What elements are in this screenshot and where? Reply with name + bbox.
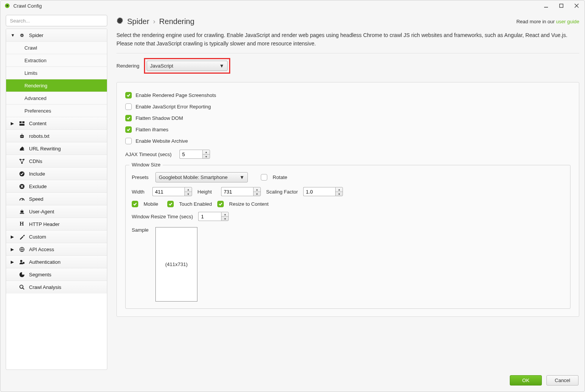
- spinner-down-icon[interactable]: ▼: [254, 192, 260, 196]
- caret-right-icon: ▶: [11, 247, 15, 252]
- close-button[interactable]: [574, 3, 579, 8]
- width-input[interactable]: [152, 187, 184, 196]
- sidebar-item-label: CDNs: [29, 158, 42, 164]
- presets-select[interactable]: Googlebot Mobile: Smartphone ▼: [155, 172, 248, 182]
- spinner-down-icon[interactable]: ▼: [336, 192, 343, 196]
- enable-archive-checkbox[interactable]: [125, 138, 132, 144]
- svg-rect-24: [23, 262, 24, 264]
- sidebar-item-segments[interactable]: ▶ Segments: [6, 268, 107, 281]
- spinner-up-icon[interactable]: ▲: [221, 212, 228, 217]
- minimize-button[interactable]: [543, 3, 549, 8]
- svg-rect-9: [20, 135, 23, 138]
- svg-point-21: [21, 209, 22, 210]
- window-title: Crawl Config: [13, 3, 42, 9]
- height-spinner[interactable]: ▲▼: [221, 187, 261, 196]
- sidebar-item-exclude[interactable]: ▶ Exclude: [6, 180, 107, 193]
- sidebar-item-http-header[interactable]: ▶ H HTTP Header: [6, 218, 107, 231]
- caret-right-icon: ▶: [11, 234, 15, 239]
- spinner-down-icon[interactable]: ▼: [185, 192, 192, 196]
- sidebar-item-spider[interactable]: ▼ Spider: [6, 29, 107, 42]
- width-spinner[interactable]: ▲▼: [152, 187, 192, 196]
- scaling-spinner[interactable]: ▲▼: [303, 187, 343, 196]
- sidebar-sub-limits[interactable]: Limits: [6, 67, 107, 79]
- height-label: Height: [197, 189, 216, 195]
- enable-jserror-checkbox[interactable]: [125, 103, 132, 110]
- spinner-up-icon[interactable]: ▲: [254, 187, 260, 192]
- sidebar-item-label: Custom: [29, 234, 46, 240]
- svg-rect-8: [19, 124, 24, 126]
- presets-select-value: Googlebot Mobile: Smartphone: [159, 174, 228, 180]
- ajax-timeout-input[interactable]: [179, 150, 202, 159]
- rotate-label: Rotate: [273, 174, 291, 180]
- resizetime-input[interactable]: [198, 212, 221, 221]
- maximize-button[interactable]: [559, 3, 564, 8]
- sidebar-sub-extraction[interactable]: Extraction: [6, 54, 107, 67]
- rendering-select-value: JavaScript: [150, 63, 173, 69]
- sidebar-sub-rendering[interactable]: Rendering: [6, 79, 107, 92]
- flatten-iframes-checkbox[interactable]: [125, 126, 132, 133]
- rotate-checkbox[interactable]: [261, 174, 267, 181]
- cancel-button[interactable]: Cancel: [546, 375, 579, 386]
- svg-rect-3: [560, 4, 563, 8]
- readmore-text: Read more in our user guide: [516, 19, 579, 24]
- sidebar-item-label: Crawl Analysis: [29, 284, 61, 290]
- mobile-checkbox[interactable]: [132, 201, 138, 207]
- window-size-fieldset: Window Size Presets Googlebot Mobile: Sm…: [125, 165, 570, 309]
- enable-jserror-label: Enable JavaScript Error Reporting: [136, 104, 211, 110]
- flatten-iframes-label: Flatten iframes: [136, 127, 168, 132]
- sidebar-item-crawl-analysis[interactable]: ▶ Crawl Analysis: [6, 281, 107, 294]
- sidebar-item-speed[interactable]: ▶ Speed: [6, 193, 107, 205]
- enable-archive-label: Enable Website Archive: [136, 138, 188, 144]
- spinner-up-icon[interactable]: ▲: [185, 187, 192, 192]
- breadcrumb-root: Spider: [127, 17, 149, 26]
- enable-screenshots-checkbox[interactable]: [125, 92, 132, 98]
- sidebar-item-user-agent[interactable]: ▶ User-Agent: [6, 205, 107, 218]
- sidebar-sub-crawl[interactable]: Crawl: [6, 42, 107, 54]
- svg-rect-6: [19, 121, 21, 123]
- speed-icon: [18, 196, 25, 202]
- include-icon: [18, 171, 25, 177]
- touch-label: Touch Enabled: [179, 201, 212, 207]
- flatten-shadowdom-checkbox[interactable]: [125, 115, 132, 121]
- spinner-up-icon[interactable]: ▲: [336, 187, 343, 192]
- ajax-timeout-spinner[interactable]: ▲▼: [179, 150, 210, 159]
- search-input[interactable]: [6, 15, 107, 26]
- enable-screenshots-label: Enable Rendered Page Screenshots: [136, 92, 216, 98]
- resizetime-spinner[interactable]: ▲▼: [198, 212, 229, 221]
- robot-icon: [18, 133, 25, 139]
- resize-content-checkbox[interactable]: [217, 201, 224, 207]
- user-guide-link[interactable]: user guide: [556, 19, 579, 24]
- spinner-down-icon[interactable]: ▼: [221, 217, 228, 221]
- spinner-down-icon[interactable]: ▼: [203, 155, 210, 159]
- sidebar-sub-preferences[interactable]: Preferences: [6, 105, 107, 117]
- sidebar-item-url-rewriting[interactable]: ▶ URL Rewriting: [6, 142, 107, 155]
- sidebar-item-label: Spider: [29, 32, 44, 38]
- sidebar-item-custom[interactable]: ▶ Custom: [6, 231, 107, 243]
- chevron-down-icon: ▼: [219, 63, 224, 69]
- sidebar-item-label: Speed: [29, 196, 44, 202]
- resize-content-label: Resize to Content: [229, 201, 268, 207]
- scaling-input[interactable]: [303, 187, 335, 196]
- ok-button[interactable]: OK: [510, 375, 542, 386]
- sidebar-item-label: Include: [29, 171, 45, 177]
- sidebar-item-content[interactable]: ▶ Content: [6, 117, 107, 130]
- sidebar-item-include[interactable]: ▶ Include: [6, 168, 107, 180]
- height-input[interactable]: [221, 187, 253, 196]
- svg-point-1: [6, 5, 8, 6]
- svg-point-11: [22, 136, 23, 137]
- sidebar-item-authentication[interactable]: ▶ Authentication: [6, 256, 107, 268]
- touch-checkbox[interactable]: [167, 201, 174, 207]
- svg-point-25: [19, 285, 23, 288]
- titlebar: Crawl Config: [0, 0, 585, 11]
- sidebar-item-api-access[interactable]: ▶ API Access: [6, 243, 107, 256]
- scaling-label: Scaling Factor: [266, 189, 298, 195]
- sidebar-sub-advanced[interactable]: Advanced: [6, 92, 107, 105]
- dialog-footer: OK Cancel: [0, 370, 585, 392]
- httpheader-icon: H: [18, 221, 25, 227]
- sidebar-item-cdns[interactable]: ▶ CDNs: [6, 155, 107, 168]
- sidebar-item-robots[interactable]: ▶ robots.txt: [6, 130, 107, 142]
- rendering-select[interactable]: JavaScript ▼: [147, 61, 228, 71]
- spinner-up-icon[interactable]: ▲: [203, 150, 210, 155]
- width-label: Width: [132, 189, 147, 195]
- rendering-label: Rendering: [116, 63, 139, 69]
